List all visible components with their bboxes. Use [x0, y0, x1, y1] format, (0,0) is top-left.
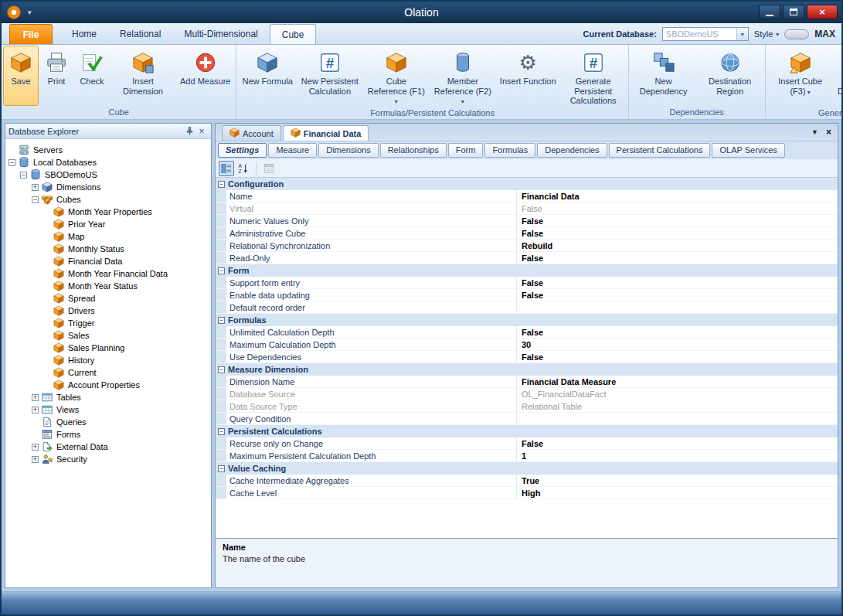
- property-row-support-form-entry[interactable]: Support form entryFalse: [216, 277, 838, 289]
- property-row-enable-data-updating[interactable]: Enable data updatingFalse: [216, 289, 838, 301]
- property-value[interactable]: False: [517, 289, 838, 301]
- minimize-button[interactable]: [759, 5, 780, 19]
- ribbon-button-check[interactable]: Check: [74, 46, 110, 106]
- tree-item-monthly-status[interactable]: Monthly Status: [5, 243, 211, 255]
- tab-olap-services[interactable]: OLAP Services: [712, 143, 784, 158]
- sort-alphabetical-button[interactable]: AZ: [236, 161, 251, 176]
- ribbon-button-new-formula[interactable]: New Formula: [238, 46, 296, 107]
- expand-icon[interactable]: +: [32, 456, 39, 463]
- file-tab[interactable]: File: [9, 24, 53, 44]
- combobox-dropdown-icon[interactable]: ▾: [736, 28, 748, 40]
- theme-toggle[interactable]: [784, 29, 809, 39]
- categorized-button[interactable]: [219, 161, 234, 176]
- explorer-close-icon[interactable]: ×: [195, 125, 208, 138]
- property-value[interactable]: [517, 301, 838, 313]
- tab-measure[interactable]: Measure: [268, 143, 317, 158]
- expand-icon[interactable]: +: [32, 394, 39, 401]
- property-row-administrative-cube[interactable]: Administrative CubeFalse: [216, 227, 838, 240]
- tree-item-account-properties[interactable]: Account Properties: [5, 379, 211, 391]
- ribbon-button-insert-dimension-f4[interactable]: Insert Dimension (F4) ▾: [834, 46, 843, 107]
- property-row-recurse-only-on-change[interactable]: Recurse only on ChangeFalse: [216, 437, 838, 450]
- ribbon-button-insert-function[interactable]: ⚙Insert Function: [496, 46, 560, 107]
- property-value[interactable]: Financial Data: [517, 190, 838, 202]
- tree-item-forms[interactable]: Forms: [5, 428, 211, 441]
- ribbon-tab-multi-dimensional[interactable]: Multi-Dimensional: [172, 24, 269, 44]
- tree-item-sales-planning[interactable]: Sales Planning: [5, 342, 211, 354]
- pin-icon[interactable]: [183, 125, 195, 138]
- property-value[interactable]: Relational Table: [517, 400, 838, 412]
- tree-item-financial-data[interactable]: Financial Data: [5, 255, 211, 267]
- property-value[interactable]: False: [517, 202, 838, 214]
- doc-tab-financial-data[interactable]: Financial Data: [283, 125, 369, 141]
- collapse-icon[interactable]: −: [218, 317, 225, 324]
- property-category-measure-dimension[interactable]: −Measure Dimension: [216, 363, 838, 376]
- tab-settings[interactable]: Settings: [218, 143, 267, 158]
- ribbon-button-new-persistent-calculation[interactable]: #New Persistent Calculation: [297, 46, 363, 107]
- property-value[interactable]: High: [517, 487, 838, 499]
- ribbon-tab-home[interactable]: Home: [60, 24, 108, 44]
- property-value[interactable]: Financial Data Measure: [517, 376, 838, 387]
- property-row-read-only[interactable]: Read-OnlyFalse: [216, 252, 838, 264]
- property-row-virtual[interactable]: VirtualFalse: [216, 202, 838, 215]
- ribbon-button-add-measure[interactable]: Add Measure: [176, 46, 234, 106]
- maximize-button[interactable]: [783, 5, 804, 19]
- tree-item-map[interactable]: Map: [5, 230, 211, 243]
- ribbon-button-member-reference-f2[interactable]: Member Reference (F2) ▾: [430, 46, 496, 107]
- expand-icon[interactable]: +: [32, 407, 39, 414]
- collapse-icon[interactable]: −: [218, 366, 225, 373]
- ribbon-tab-relational[interactable]: Relational: [108, 24, 172, 44]
- property-row-relational-synchronization[interactable]: Relational SynchronizationRebuild: [216, 240, 838, 252]
- expand-icon[interactable]: +: [32, 184, 39, 191]
- ribbon-button-insert-dimension[interactable]: Insert Dimension: [110, 46, 176, 106]
- collapse-icon[interactable]: −: [8, 159, 15, 166]
- tree-item-month-year-status[interactable]: Month Year Status: [5, 280, 211, 292]
- property-value[interactable]: OL_FinancialDataFact: [517, 388, 838, 400]
- property-row-numeric-values-only[interactable]: Numeric Values OnlyFalse: [216, 215, 838, 227]
- property-row-maximum-persistent-calculation-depth[interactable]: Maximum Persistent Calculation Depth1: [216, 450, 838, 462]
- tab-dependencies[interactable]: Dependencies: [537, 143, 607, 158]
- tree-item-servers[interactable]: Servers: [5, 144, 211, 156]
- property-row-dimension-name[interactable]: Dimension NameFinancial Data Measure: [216, 376, 838, 388]
- tree-item-drivers[interactable]: Drivers: [5, 305, 211, 317]
- ribbon-button-new-dependency[interactable]: New Dependency: [631, 46, 697, 106]
- property-row-use-dependencies[interactable]: Use DependenciesFalse: [216, 351, 838, 363]
- tree-item-history[interactable]: History: [5, 354, 211, 366]
- property-row-database-source[interactable]: Database SourceOL_FinancialDataFact: [216, 388, 838, 400]
- tab-dimensions[interactable]: Dimensions: [318, 143, 378, 158]
- property-category-formulas[interactable]: −Formulas: [216, 314, 838, 326]
- property-value[interactable]: False: [517, 351, 838, 362]
- tree-item-sales[interactable]: Sales: [5, 329, 211, 342]
- property-value[interactable]: False: [517, 437, 838, 449]
- collapse-icon[interactable]: −: [218, 465, 225, 472]
- property-value[interactable]: 1: [517, 450, 838, 461]
- tree-item-current[interactable]: Current: [5, 366, 211, 379]
- collapse-icon[interactable]: −: [218, 267, 225, 274]
- property-value[interactable]: False: [517, 227, 838, 239]
- tree-item-queries[interactable]: Queries: [5, 416, 211, 428]
- property-row-unlimited-calculation-depth[interactable]: Unlimited Calculation DepthFalse: [216, 326, 838, 339]
- style-dropdown[interactable]: Style ▾: [754, 29, 779, 39]
- property-row-query-condition[interactable]: Query Condition: [216, 413, 838, 425]
- ribbon-button-generate-persistent-calculations[interactable]: #Generate Persistent Calculations: [560, 46, 627, 107]
- tree-item-trigger[interactable]: Trigger: [5, 317, 211, 329]
- current-database-combobox[interactable]: SBODemoUS ▾: [662, 27, 749, 41]
- tab-form[interactable]: Form: [448, 143, 484, 158]
- property-category-persistent-calculations[interactable]: −Persistent Calculations: [216, 425, 838, 437]
- tree-item-cubes[interactable]: −Cubes: [5, 193, 211, 206]
- document-close-icon[interactable]: ×: [826, 127, 831, 138]
- collapse-icon[interactable]: −: [32, 196, 39, 203]
- tab-list-caret-icon[interactable]: ▼: [811, 128, 818, 136]
- property-row-data-source-type[interactable]: Data Source TypeRelational Table: [216, 400, 838, 413]
- ribbon-button-insert-cube-f3[interactable]: Insert Cube (F3) ▾: [767, 46, 834, 107]
- property-row-maximum-calculation-depth[interactable]: Maximum Calculation Depth30: [216, 339, 838, 351]
- property-value[interactable]: [517, 413, 838, 424]
- close-button[interactable]: ×: [807, 5, 838, 19]
- property-value[interactable]: Rebuild: [517, 240, 838, 251]
- tree-item-views[interactable]: +Views: [5, 403, 211, 416]
- quick-access-caret-icon[interactable]: ▾: [28, 9, 32, 16]
- tree-item-local-databases[interactable]: −Local Databases: [5, 156, 211, 168]
- tab-formulas[interactable]: Formulas: [484, 143, 535, 158]
- tree-item-tables[interactable]: +Tables: [5, 391, 211, 403]
- collapse-icon[interactable]: −: [218, 428, 225, 435]
- property-category-configuration[interactable]: −Configuration: [216, 178, 838, 190]
